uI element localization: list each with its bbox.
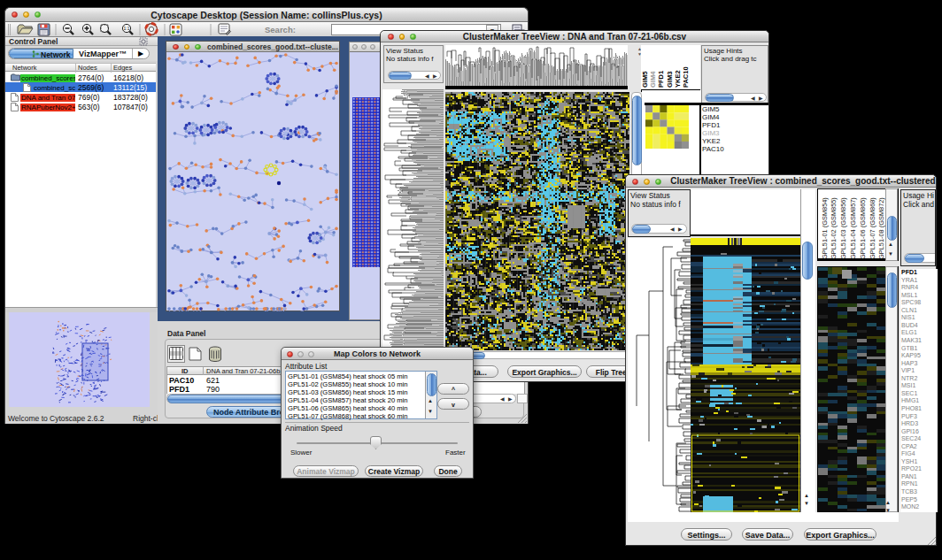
svg-text:GPL51-08 (GSM872): GPL51-08 (GSM872) [877, 197, 885, 259]
svg-text:PFD1: PFD1 [657, 71, 665, 88]
svg-text:GPL51-07 (GSM868): GPL51-07 (GSM868) [869, 197, 876, 259]
svg-text:PAC10: PAC10 [682, 66, 690, 88]
svg-text:1:1: 1:1 [124, 26, 130, 31]
svg-text:YKE2: YKE2 [674, 70, 682, 88]
svg-text:GPL51-03 (GSM856): GPL51-03 (GSM856) [839, 197, 847, 259]
svg-text:GPL51-06 (GSM865): GPL51-06 (GSM865) [859, 197, 867, 259]
svg-text:GIM5: GIM5 [641, 72, 649, 88]
svg-text:GPL51-04 (GSM857): GPL51-04 (GSM857) [849, 197, 857, 259]
svg-text:GPL51-02 (GSM855): GPL51-02 (GSM855) [830, 197, 838, 259]
svg-text:GPL51-01 (GSM854): GPL51-01 (GSM854) [821, 197, 829, 259]
svg-text:GIM4: GIM4 [649, 71, 657, 88]
svg-text:GIM3: GIM3 [666, 72, 674, 88]
